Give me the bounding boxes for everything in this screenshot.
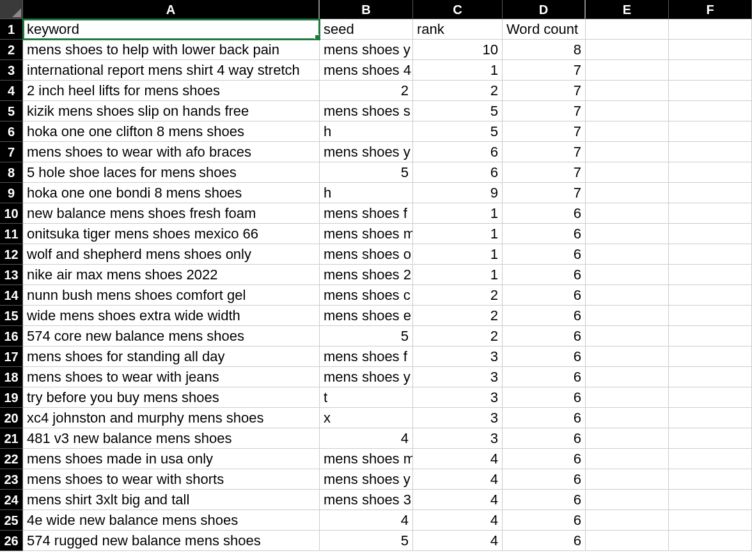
cell-A[interactable]: mens shoes to wear with afo braces — [23, 142, 320, 162]
cell-F[interactable] — [669, 224, 752, 244]
cell-F[interactable] — [669, 510, 752, 531]
cell-E[interactable] — [586, 121, 669, 142]
cell-C[interactable]: 3 — [413, 387, 503, 408]
cell-E[interactable] — [586, 387, 669, 408]
cell-C[interactable]: 4 — [413, 490, 503, 510]
row-header[interactable]: 25 — [0, 510, 23, 531]
row-header[interactable]: 26 — [0, 531, 23, 551]
cell-D[interactable]: 6 — [503, 510, 586, 531]
cell-D[interactable]: 7 — [503, 60, 586, 81]
cell-B[interactable]: mens shoes y — [320, 469, 413, 490]
cell-E[interactable] — [586, 142, 669, 162]
cell-D[interactable]: 7 — [503, 101, 586, 121]
cell-B[interactable]: mens shoes f — [320, 346, 413, 367]
row-header[interactable]: 16 — [0, 326, 23, 346]
cell-E[interactable] — [586, 183, 669, 203]
cell-A[interactable]: onitsuka tiger mens shoes mexico 66 — [23, 224, 320, 244]
cell-A[interactable]: hoka one one clifton 8 mens shoes — [23, 121, 320, 142]
row-header[interactable]: 9 — [0, 183, 23, 203]
cell-B[interactable]: mens shoes m — [320, 224, 413, 244]
cell-A[interactable]: mens shoes made in usa only — [23, 449, 320, 469]
row-header[interactable]: 12 — [0, 244, 23, 265]
cell-F[interactable] — [669, 203, 752, 224]
cell-A[interactable]: mens shirt 3xlt big and tall — [23, 490, 320, 510]
cell-E[interactable] — [586, 531, 669, 551]
row-header[interactable]: 7 — [0, 142, 23, 162]
cell-C[interactable]: 3 — [413, 346, 503, 367]
row-header-1[interactable]: 1 — [0, 19, 23, 40]
cell-E[interactable] — [586, 203, 669, 224]
cell-B[interactable]: x — [320, 408, 413, 428]
cell-B[interactable]: 5 — [320, 326, 413, 346]
cell-B[interactable]: mens shoes 4 — [320, 60, 413, 81]
cell-C[interactable]: 1 — [413, 60, 503, 81]
cell-D[interactable]: 6 — [503, 285, 586, 306]
cell-A[interactable]: try before you buy mens shoes — [23, 387, 320, 408]
cell-F[interactable] — [669, 346, 752, 367]
cell-B[interactable]: mens shoes 3 — [320, 490, 413, 510]
cell-D[interactable]: 6 — [503, 265, 586, 285]
row-header[interactable]: 22 — [0, 449, 23, 469]
cell-A1[interactable]: keyword — [23, 19, 320, 40]
cell-A[interactable]: 5 hole shoe laces for mens shoes — [23, 162, 320, 183]
col-header-D[interactable]: D — [503, 0, 586, 19]
cell-C[interactable]: 10 — [413, 40, 503, 60]
row-header[interactable]: 3 — [0, 60, 23, 81]
cell-F[interactable] — [669, 387, 752, 408]
cell-A[interactable]: 4e wide new balance mens shoes — [23, 510, 320, 531]
cell-E[interactable] — [586, 285, 669, 306]
cell-A[interactable]: mens shoes for standing all day — [23, 346, 320, 367]
cell-B[interactable]: 5 — [320, 162, 413, 183]
cell-E[interactable] — [586, 60, 669, 81]
cell-A[interactable]: 481 v3 new balance mens shoes — [23, 428, 320, 449]
cell-A[interactable]: 574 rugged new balance mens shoes — [23, 531, 320, 551]
cell-C[interactable]: 9 — [413, 183, 503, 203]
cell-E[interactable] — [586, 81, 669, 101]
cell-F[interactable] — [669, 265, 752, 285]
cell-E1[interactable] — [586, 19, 669, 40]
row-header[interactable]: 21 — [0, 428, 23, 449]
cell-F[interactable] — [669, 60, 752, 81]
cell-D[interactable]: 7 — [503, 121, 586, 142]
cell-D[interactable]: 6 — [503, 387, 586, 408]
row-header[interactable]: 24 — [0, 490, 23, 510]
cell-D[interactable]: 6 — [503, 428, 586, 449]
cell-C[interactable]: 6 — [413, 142, 503, 162]
row-header[interactable]: 19 — [0, 387, 23, 408]
row-header[interactable]: 11 — [0, 224, 23, 244]
cell-A[interactable]: mens shoes to wear with shorts — [23, 469, 320, 490]
row-header[interactable]: 17 — [0, 346, 23, 367]
cell-F[interactable] — [669, 531, 752, 551]
cell-A[interactable]: kizik mens shoes slip on hands free — [23, 101, 320, 121]
row-header[interactable]: 4 — [0, 81, 23, 101]
cell-B[interactable]: 4 — [320, 428, 413, 449]
cell-F1[interactable] — [669, 19, 752, 40]
row-header[interactable]: 8 — [0, 162, 23, 183]
cell-B[interactable]: mens shoes s — [320, 101, 413, 121]
cell-B[interactable]: mens shoes y — [320, 367, 413, 387]
cell-B[interactable]: mens shoes e — [320, 306, 413, 326]
cell-C[interactable]: 2 — [413, 81, 503, 101]
cell-E[interactable] — [586, 244, 669, 265]
cell-E[interactable] — [586, 306, 669, 326]
cell-F[interactable] — [669, 306, 752, 326]
cell-E[interactable] — [586, 449, 669, 469]
cell-E[interactable] — [586, 408, 669, 428]
cell-D[interactable]: 6 — [503, 531, 586, 551]
cell-B[interactable]: h — [320, 183, 413, 203]
cell-F[interactable] — [669, 326, 752, 346]
cell-C1[interactable]: rank — [413, 19, 503, 40]
row-header[interactable]: 18 — [0, 367, 23, 387]
cell-D[interactable]: 7 — [503, 81, 586, 101]
cell-C[interactable]: 5 — [413, 101, 503, 121]
cell-B[interactable]: mens shoes y — [320, 142, 413, 162]
cell-E[interactable] — [586, 265, 669, 285]
row-header[interactable]: 14 — [0, 285, 23, 306]
spreadsheet-grid[interactable]: A B C D E F 1 keyword seed rank Word cou… — [0, 0, 752, 551]
cell-D[interactable]: 6 — [503, 346, 586, 367]
cell-E[interactable] — [586, 510, 669, 531]
row-header[interactable]: 2 — [0, 40, 23, 60]
cell-C[interactable]: 4 — [413, 510, 503, 531]
cell-F[interactable] — [669, 285, 752, 306]
cell-F[interactable] — [669, 408, 752, 428]
